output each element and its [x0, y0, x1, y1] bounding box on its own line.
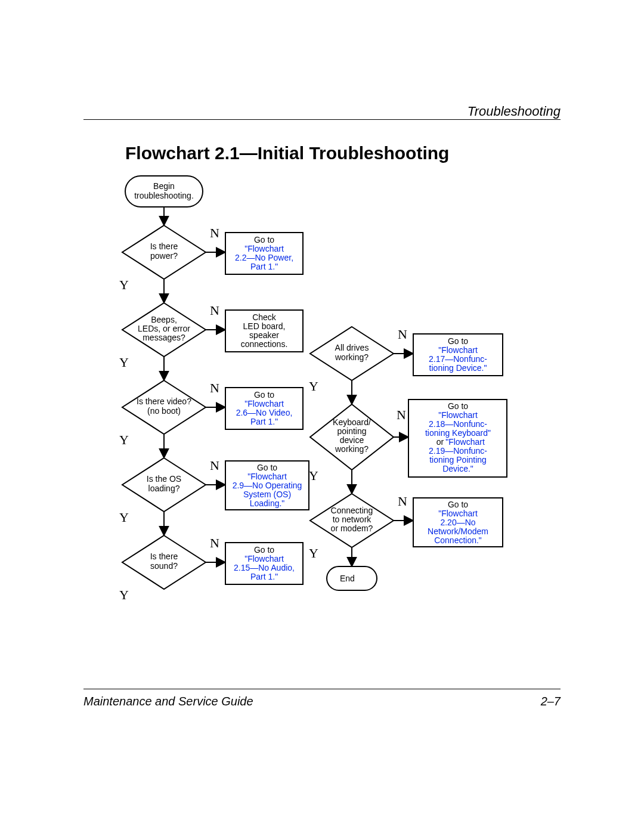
node-kbd: Keyboard/ pointing device working?: [310, 404, 394, 470]
sound-l1: Is there: [150, 552, 178, 561]
drives-no-l3[interactable]: tioning Device.": [429, 363, 487, 373]
sound-no-l2[interactable]: 2.15—No Audio,: [234, 563, 295, 572]
os-l2: loading?: [148, 484, 180, 493]
sound-no-l1[interactable]: "Flowchart: [244, 554, 284, 563]
node-power: Is there power?: [122, 225, 206, 279]
header-rule: [83, 119, 561, 120]
node-power-no: Go to "Flowchart 2.2—No Power, Part 1.": [225, 233, 303, 274]
net-no-l3[interactable]: Network/Modem: [428, 527, 488, 536]
kbd-no-b1[interactable]: "Flowchart: [445, 437, 485, 447]
power-no-l3[interactable]: Part 1.": [250, 262, 278, 271]
node-beeps: Beeps, LEDs, or error messages?: [122, 303, 206, 357]
kbd-no-a2[interactable]: 2.18—Nonfunc-: [429, 419, 487, 429]
header-section-label: Troubleshooting: [467, 104, 561, 119]
node-kbd-no: Go to "Flowchart 2.18—Nonfunc- tioning K…: [408, 400, 507, 477]
net-no-prefix: Go to: [448, 500, 468, 509]
label-sound-n: N: [210, 535, 219, 550]
label-os-n: N: [210, 458, 219, 473]
net-l3: or modem?: [331, 524, 373, 533]
beeps-no-l4: connections.: [241, 339, 288, 349]
node-beeps-no: Check LED board, speaker connections.: [225, 310, 303, 352]
label-net-n: N: [398, 494, 407, 509]
os-no-prefix: Go to: [257, 463, 277, 472]
power-no-prefix: Go to: [254, 235, 274, 244]
sound-no-l3[interactable]: Part 1.": [250, 572, 278, 581]
kbd-no-prefix: Go to: [448, 401, 468, 411]
drives-no-l2[interactable]: 2.17—Nonfunc-: [429, 354, 487, 364]
video-l1: Is there video?: [137, 397, 191, 406]
kbd-l3: device: [340, 435, 364, 445]
label-video-n: N: [210, 380, 219, 395]
beeps-l3: messages?: [143, 333, 185, 342]
os-no-l4[interactable]: Loading.": [250, 498, 285, 508]
drives-l2: working?: [335, 352, 369, 362]
sound-l2: sound?: [150, 561, 178, 571]
end-l1: End: [340, 574, 355, 583]
sound-no-prefix: Go to: [254, 545, 274, 555]
net-l2: to network: [333, 515, 372, 524]
node-video: Is there video? (no boot): [122, 380, 206, 434]
net-no-l4[interactable]: Connection.": [434, 535, 482, 545]
net-no-l1[interactable]: "Flowchart: [438, 509, 478, 518]
power-no-l2[interactable]: 2.2—No Power,: [235, 253, 293, 262]
kbd-no-b2[interactable]: 2.19—Nonfunc-: [429, 446, 487, 456]
node-start-line1: Begin: [153, 181, 175, 191]
node-video-no: Go to "Flowchart 2.6—No Video, Part 1.": [225, 388, 303, 429]
node-end: End: [327, 566, 377, 590]
footer-rule: [83, 689, 561, 689]
kbd-no-mid: or: [436, 437, 444, 447]
kbd-l2: pointing: [337, 426, 366, 436]
label-sound-y: Y: [119, 587, 129, 602]
drives-no-prefix: Go to: [448, 336, 468, 346]
kbd-no-b4[interactable]: Device.": [442, 464, 473, 473]
node-start-line2: troubleshooting.: [134, 191, 194, 200]
os-no-l3[interactable]: System (OS): [243, 490, 291, 499]
beeps-no-l3: speaker: [249, 330, 279, 340]
document-page: Troubleshooting Flowchart 2.1—Initial Tr…: [83, 107, 561, 733]
beeps-l1: Beeps,: [151, 315, 177, 324]
drives-no-l1[interactable]: "Flowchart: [438, 345, 478, 355]
beeps-no-l2: LED board,: [243, 321, 286, 331]
os-l1: Is the OS: [147, 474, 181, 484]
label-drives-y: Y: [309, 379, 318, 394]
drives-l1: All drives: [335, 343, 369, 352]
video-no-l1[interactable]: "Flowchart: [244, 399, 284, 408]
node-drives: All drives working?: [310, 327, 394, 380]
label-net-y: Y: [309, 546, 318, 561]
label-beeps-y: Y: [119, 355, 129, 370]
flowchart-title: Flowchart 2.1—Initial Troubleshooting: [125, 143, 449, 163]
node-os: Is the OS loading?: [122, 458, 206, 512]
os-no-l2[interactable]: 2.9—No Operating: [233, 481, 302, 490]
label-drives-n: N: [398, 327, 407, 342]
video-no-l2[interactable]: 2.6—No Video,: [236, 408, 293, 417]
label-os-y: Y: [119, 510, 129, 525]
label-video-y: Y: [119, 432, 129, 447]
node-net: Connecting to network or modem?: [310, 494, 394, 547]
kbd-l1: Keyboard/: [333, 417, 371, 427]
node-power-l1: Is there: [150, 241, 178, 251]
label-beeps-n: N: [210, 303, 219, 318]
beeps-no-l1: Check: [252, 312, 277, 322]
power-no-l1[interactable]: "Flowchart: [244, 244, 284, 253]
footer-guide-title: Maintenance and Service Guide: [83, 695, 253, 735]
node-os-no: Go to "Flowchart 2.9—No Operating System…: [225, 461, 309, 510]
label-power-n: N: [210, 225, 219, 240]
kbd-l4: working?: [335, 444, 369, 454]
node-sound-no: Go to "Flowchart 2.15—No Audio, Part 1.": [225, 543, 303, 584]
kbd-no-a1[interactable]: "Flowchart: [438, 410, 478, 420]
video-no-l3[interactable]: Part 1.": [250, 417, 278, 426]
node-start: Begin troubleshooting.: [125, 176, 203, 207]
video-no-prefix: Go to: [254, 390, 274, 400]
net-l1: Connecting: [331, 506, 373, 515]
label-kbd-y: Y: [309, 468, 318, 483]
flowchart-svg: Begin troubleshooting. Is there power? N…: [83, 173, 561, 668]
node-power-l2: power?: [150, 251, 178, 261]
footer-page-number: 2–7: [541, 695, 561, 735]
net-no-l2[interactable]: 2.20—No: [440, 518, 475, 527]
node-sound: Is there sound?: [122, 535, 206, 589]
os-no-l1[interactable]: "Flowchart: [247, 472, 287, 481]
node-net-no: Go to "Flowchart 2.20—No Network/Modem C…: [413, 498, 503, 547]
kbd-no-b3[interactable]: tioning Pointing: [429, 455, 487, 465]
kbd-no-a3[interactable]: tioning Keyboard": [425, 428, 491, 438]
beeps-l2: LEDs, or error: [138, 324, 190, 333]
